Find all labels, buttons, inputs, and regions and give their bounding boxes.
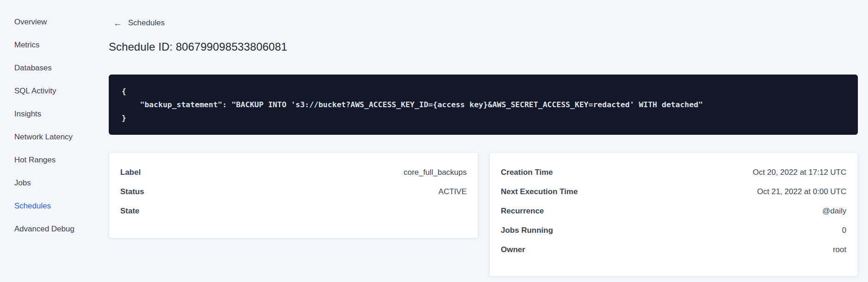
sidebar-item-databases[interactable]: Databases bbox=[0, 57, 109, 80]
detail-value: 0 bbox=[842, 226, 846, 235]
page-title: Schedule ID: 806799098533806081 bbox=[109, 40, 858, 53]
detail-row-label: Label core_full_backups bbox=[120, 163, 467, 182]
sidebar: Overview Metrics Databases SQL Activity … bbox=[0, 0, 109, 282]
detail-value: core_full_backups bbox=[404, 168, 467, 177]
sidebar-item-network-latency[interactable]: Network Latency bbox=[0, 126, 109, 149]
detail-label: State bbox=[120, 207, 140, 216]
detail-row-jobs-running: Jobs Running 0 bbox=[501, 221, 846, 240]
code-line: { bbox=[122, 85, 845, 98]
sidebar-item-advanced-debug[interactable]: Advanced Debug bbox=[0, 218, 109, 241]
detail-row-state: State bbox=[120, 201, 467, 221]
sidebar-item-jobs[interactable]: Jobs bbox=[0, 172, 109, 195]
detail-value: root bbox=[833, 245, 846, 254]
detail-row-status: Status ACTIVE bbox=[120, 182, 467, 201]
sidebar-item-metrics[interactable]: Metrics bbox=[0, 34, 109, 57]
detail-label: Owner bbox=[501, 245, 525, 254]
detail-row-creation-time: Creation Time Oct 20, 2022 at 17:12 UTC bbox=[501, 163, 846, 182]
schedule-definition-code-block: { "backup_statement": "BACKUP INTO 's3:/… bbox=[109, 75, 858, 135]
sidebar-item-schedules[interactable]: Schedules bbox=[0, 195, 109, 218]
schedule-timing-card: Creation Time Oct 20, 2022 at 17:12 UTC … bbox=[489, 152, 858, 276]
sidebar-item-insights[interactable]: Insights bbox=[0, 103, 109, 126]
back-to-schedules-link[interactable]: ← Schedules bbox=[109, 18, 164, 28]
sidebar-item-hot-ranges[interactable]: Hot Ranges bbox=[0, 149, 109, 172]
back-link-label: Schedules bbox=[128, 18, 164, 28]
detail-cards-row: Label core_full_backups Status ACTIVE St… bbox=[109, 152, 858, 276]
code-line: "backup_statement": "BACKUP INTO 's3://b… bbox=[122, 98, 845, 111]
detail-value: Oct 21, 2022 at 0:00 UTC bbox=[757, 187, 846, 196]
detail-label: Label bbox=[120, 168, 141, 177]
detail-value: ACTIVE bbox=[439, 187, 467, 196]
detail-row-owner: Owner root bbox=[501, 240, 846, 259]
detail-label: Creation Time bbox=[501, 168, 553, 177]
detail-row-recurrence: Recurrence @daily bbox=[501, 201, 846, 221]
sidebar-item-sql-activity[interactable]: SQL Activity bbox=[0, 80, 109, 103]
code-line: } bbox=[122, 111, 845, 125]
back-arrow-icon: ← bbox=[113, 19, 122, 27]
sidebar-item-overview[interactable]: Overview bbox=[0, 11, 109, 34]
detail-label: Next Execution Time bbox=[501, 187, 578, 196]
detail-label: Jobs Running bbox=[501, 226, 553, 235]
detail-label: Status bbox=[120, 187, 144, 196]
detail-label: Recurrence bbox=[501, 207, 544, 216]
detail-row-next-execution-time: Next Execution Time Oct 21, 2022 at 0:00… bbox=[501, 182, 846, 201]
detail-value: @daily bbox=[822, 207, 846, 216]
main-content: ← Schedules Schedule ID: 806799098533806… bbox=[109, 0, 868, 282]
schedule-summary-card: Label core_full_backups Status ACTIVE St… bbox=[109, 152, 478, 238]
detail-value: Oct 20, 2022 at 17:12 UTC bbox=[753, 168, 846, 177]
